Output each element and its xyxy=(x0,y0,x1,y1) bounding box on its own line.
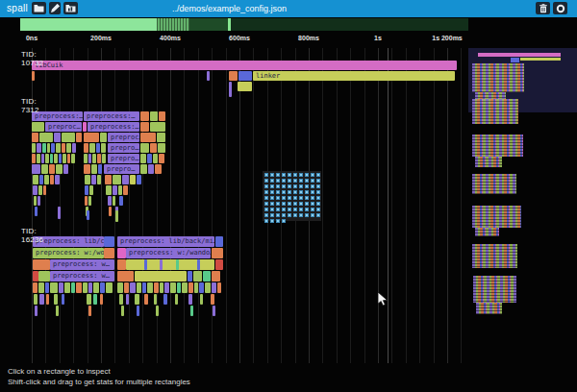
flame-span[interactable] xyxy=(50,175,54,184)
flame-span[interactable] xyxy=(135,294,139,305)
flame-span[interactable] xyxy=(229,71,238,81)
flame-span[interactable] xyxy=(140,143,149,153)
flame-span[interactable] xyxy=(150,143,157,153)
flame-span[interactable] xyxy=(163,294,167,305)
flame-span[interactable] xyxy=(150,122,165,132)
flame-span[interactable] xyxy=(98,164,102,174)
flame-span[interactable] xyxy=(33,282,38,293)
flame-span[interactable] xyxy=(49,164,55,174)
flame-span[interactable] xyxy=(85,196,88,206)
flame-span[interactable] xyxy=(45,154,49,163)
flame-span[interactable] xyxy=(32,164,40,174)
flame-span[interactable]: preproc… xyxy=(45,122,82,132)
flame-span[interactable] xyxy=(157,133,165,142)
flame-span[interactable] xyxy=(147,282,153,293)
flame-span[interactable] xyxy=(200,294,203,305)
flame-span[interactable] xyxy=(87,294,91,305)
flame-span[interactable] xyxy=(126,259,214,270)
flame-span[interactable] xyxy=(108,196,112,206)
flame-span[interactable] xyxy=(137,306,139,316)
flame-span[interactable] xyxy=(113,196,115,206)
flame-span[interactable] xyxy=(63,154,66,163)
flame-span[interactable] xyxy=(46,294,49,305)
flame-span[interactable] xyxy=(67,154,70,163)
flame-span[interactable]: linker xyxy=(253,71,455,81)
flame-span[interactable] xyxy=(176,259,179,270)
flame-span[interactable] xyxy=(119,294,123,305)
flame-span[interactable] xyxy=(50,154,53,163)
flame-span[interactable] xyxy=(160,259,163,270)
flame-span[interactable] xyxy=(113,185,117,195)
flame-span[interactable] xyxy=(54,154,58,163)
flame-span[interactable] xyxy=(32,143,36,153)
flame-span[interactable] xyxy=(54,133,61,142)
flame-span[interactable] xyxy=(76,282,82,293)
flame-span[interactable] xyxy=(140,133,156,142)
flame-span[interactable] xyxy=(66,143,71,153)
flame-span[interactable] xyxy=(85,185,88,195)
flame-span[interactable] xyxy=(88,196,91,206)
flame-span[interactable] xyxy=(33,175,38,184)
flame-span[interactable] xyxy=(56,143,61,153)
flame-span[interactable] xyxy=(211,294,214,305)
flame-span[interactable] xyxy=(84,164,90,174)
flame-span[interactable] xyxy=(135,271,187,282)
flame-span[interactable] xyxy=(159,154,164,163)
flame-span[interactable] xyxy=(194,282,198,293)
flame-span[interactable] xyxy=(39,294,44,305)
flame-span[interactable] xyxy=(39,133,53,142)
flame-span[interactable] xyxy=(238,71,252,81)
flame-span[interactable] xyxy=(41,154,44,163)
flame-span[interactable] xyxy=(140,164,147,174)
dense-span-grid[interactable] xyxy=(263,171,321,221)
flame-span[interactable] xyxy=(87,210,89,220)
flame-span[interactable] xyxy=(38,271,50,282)
flame-span[interactable]: preprocess: w… xyxy=(50,259,114,270)
flame-span[interactable] xyxy=(142,282,146,293)
flame-span[interactable] xyxy=(59,282,63,293)
flame-span[interactable]: preprocess:… xyxy=(84,111,139,121)
flame-span[interactable] xyxy=(177,282,181,293)
flame-span[interactable] xyxy=(170,282,176,293)
flame-span[interactable] xyxy=(113,175,121,184)
flame-span[interactable] xyxy=(88,282,92,293)
flame-span[interactable] xyxy=(91,175,96,184)
flame-span[interactable] xyxy=(155,164,162,174)
flame-span[interactable] xyxy=(92,154,96,163)
flame-span[interactable] xyxy=(100,133,107,142)
flame-span[interactable] xyxy=(63,164,68,174)
flame-span[interactable] xyxy=(101,143,106,153)
flame-span[interactable]: prepro… xyxy=(108,154,139,163)
flame-span[interactable] xyxy=(71,282,75,293)
flame-span[interactable] xyxy=(55,175,60,184)
flame-span[interactable]: prepro… xyxy=(108,143,139,153)
flame-span[interactable] xyxy=(154,294,157,305)
flame-span[interactable] xyxy=(217,282,221,293)
flame-span[interactable] xyxy=(33,185,38,195)
flame-span[interactable] xyxy=(37,143,41,153)
flame-span[interactable] xyxy=(105,175,112,184)
flame-span[interactable] xyxy=(83,122,87,132)
flame-span[interactable] xyxy=(154,282,159,293)
flame-span[interactable] xyxy=(130,282,136,293)
flame-span[interactable] xyxy=(160,282,163,293)
flame-span[interactable] xyxy=(51,143,55,153)
flame-span[interactable] xyxy=(106,282,113,293)
flame-span[interactable] xyxy=(205,282,211,293)
flame-span[interactable] xyxy=(121,306,124,316)
clear-button[interactable] xyxy=(536,2,550,14)
flame-span[interactable] xyxy=(85,175,90,184)
flame-span[interactable] xyxy=(188,271,192,282)
flame-span[interactable] xyxy=(117,259,126,270)
flame-span[interactable] xyxy=(117,248,126,258)
flame-span[interactable] xyxy=(62,133,75,142)
flame-span[interactable] xyxy=(33,259,50,270)
flame-span[interactable] xyxy=(35,207,38,216)
flame-span[interactable] xyxy=(88,154,91,163)
flame-span[interactable] xyxy=(147,154,152,163)
flame-span[interactable] xyxy=(42,143,46,153)
flame-span[interactable] xyxy=(207,71,210,81)
flame-span[interactable] xyxy=(150,111,158,121)
flame-span[interactable] xyxy=(37,154,40,163)
flame-span[interactable] xyxy=(156,306,159,316)
